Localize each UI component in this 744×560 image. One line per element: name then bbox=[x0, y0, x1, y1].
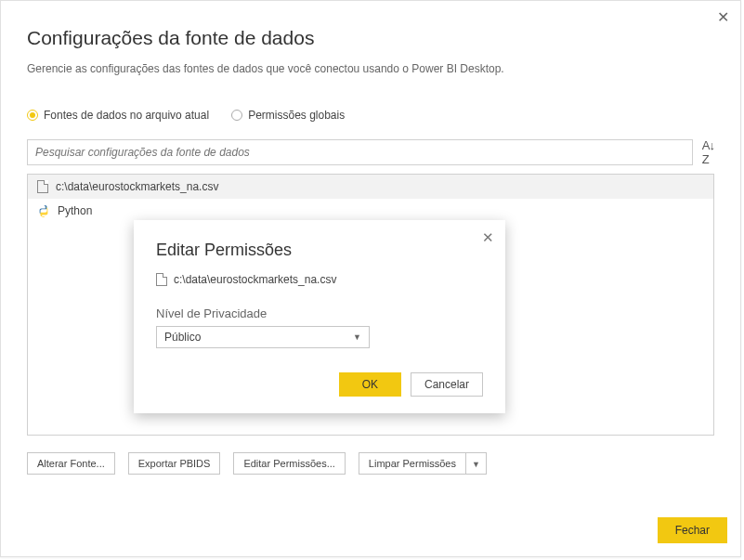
privacy-level-label: Nível de Privacidade bbox=[156, 306, 483, 320]
edit-permissions-button[interactable]: Editar Permissões... bbox=[233, 452, 345, 475]
list-item-label: c:\data\eurostockmarkets_na.csv bbox=[56, 180, 218, 193]
clear-permissions-group: Limpar Permissões ▼ bbox=[359, 452, 487, 475]
file-icon bbox=[37, 180, 48, 193]
file-icon bbox=[156, 273, 167, 286]
close-icon[interactable]: ✕ bbox=[717, 8, 729, 26]
dropdown-value: Público bbox=[164, 331, 201, 344]
dialog-file-row: c:\data\eurostockmarkets_na.csv bbox=[156, 273, 483, 286]
clear-permissions-button[interactable]: Limpar Permissões bbox=[359, 452, 466, 475]
radio-current-file[interactable]: Fontes de dados no arquivo atual bbox=[27, 109, 209, 122]
ok-button[interactable]: OK bbox=[339, 372, 401, 397]
sort-az-icon[interactable]: A↓Z bbox=[702, 138, 714, 166]
dialog-file-path: c:\data\eurostockmarkets_na.csv bbox=[174, 273, 336, 286]
search-input[interactable] bbox=[27, 139, 693, 165]
data-source-settings-window: ✕ Configurações da fonte de dados Gerenc… bbox=[0, 0, 741, 557]
radio-icon bbox=[27, 110, 38, 121]
list-item-label: Python bbox=[58, 204, 92, 217]
scope-radio-group: Fontes de dados no arquivo atual Permiss… bbox=[27, 109, 714, 122]
close-button[interactable]: Fechar bbox=[658, 517, 727, 543]
dialog-title: Editar Permissões bbox=[156, 241, 483, 260]
chevron-down-icon: ▼ bbox=[472, 460, 480, 469]
page-title: Configurações da fonte de dados bbox=[27, 27, 714, 49]
radio-label: Permissões globais bbox=[248, 109, 345, 122]
export-pbids-button[interactable]: Exportar PBIDS bbox=[128, 452, 221, 475]
footer-buttons: Fechar bbox=[658, 517, 727, 543]
page-subtitle: Gerencie as configurações das fontes de … bbox=[27, 62, 714, 75]
action-buttons: Alterar Fonte... Exportar PBIDS Editar P… bbox=[1, 436, 740, 475]
clear-permissions-dropdown[interactable]: ▼ bbox=[466, 452, 487, 475]
edit-permissions-dialog: ✕ Editar Permissões c:\data\eurostockmar… bbox=[134, 220, 505, 413]
close-icon[interactable]: ✕ bbox=[482, 229, 494, 246]
chevron-down-icon: ▼ bbox=[353, 332, 361, 342]
radio-global-permissions[interactable]: Permissões globais bbox=[231, 109, 345, 122]
change-source-button[interactable]: Alterar Fonte... bbox=[27, 452, 115, 475]
radio-icon bbox=[231, 110, 242, 121]
search-row: A↓Z bbox=[27, 138, 714, 166]
privacy-level-dropdown[interactable]: Público ▼ bbox=[156, 326, 370, 348]
cancel-button[interactable]: Cancelar bbox=[411, 372, 483, 397]
list-item[interactable]: c:\data\eurostockmarkets_na.csv bbox=[28, 175, 713, 199]
python-icon bbox=[37, 204, 50, 217]
dialog-buttons: OK Cancelar bbox=[156, 372, 483, 397]
radio-label: Fontes de dados no arquivo atual bbox=[44, 109, 209, 122]
